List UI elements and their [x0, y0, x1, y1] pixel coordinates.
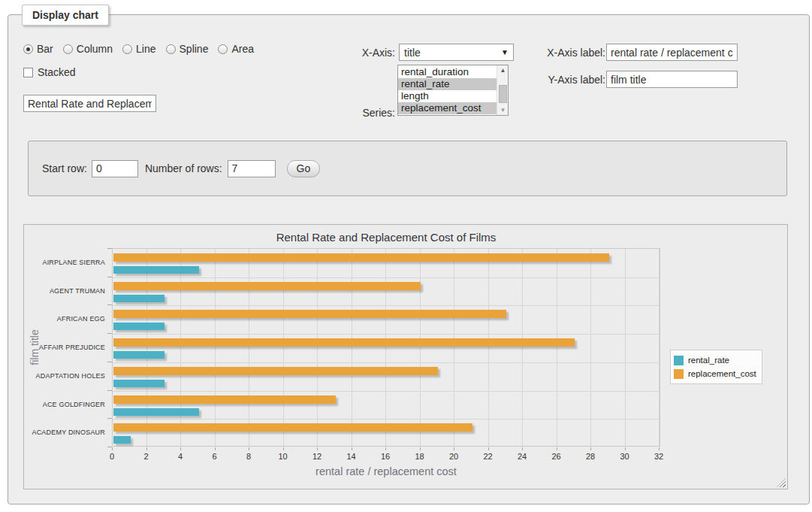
- category-label: ACADEMY DINOSAUR: [24, 429, 105, 436]
- chart-type-bar[interactable]: Bar: [23, 43, 53, 55]
- gridline: [215, 249, 216, 446]
- scroll-down-icon[interactable]: ▼: [497, 105, 509, 115]
- x-tick-label: 30: [614, 452, 636, 461]
- replacement_cost-bar: [113, 253, 609, 262]
- gridline: [113, 334, 660, 335]
- stacked-checkbox[interactable]: [23, 68, 33, 77]
- gridline: [113, 362, 660, 363]
- gridline: [488, 249, 489, 446]
- replacement_cost-bar: [113, 338, 575, 347]
- rental_rate-bar: [113, 266, 199, 274]
- gridline: [283, 249, 284, 446]
- listbox-scrollbar[interactable]: ▲ ▼: [497, 65, 508, 115]
- chart-container: Rental Rate and Replacement Cost of Film…: [23, 224, 788, 489]
- y-tick-mark: [107, 333, 112, 334]
- radio-label: Line: [136, 43, 155, 55]
- x-tick-mark: [659, 447, 660, 450]
- x-tick-mark: [146, 447, 147, 450]
- replacement_cost-bar: [113, 367, 438, 375]
- gridline: [146, 249, 147, 446]
- series-option-length[interactable]: length: [398, 90, 497, 102]
- series-option-rental_rate[interactable]: rental_rate: [398, 78, 497, 90]
- x-tick-label: 8: [237, 452, 260, 461]
- x-tick-mark: [317, 447, 318, 450]
- x-axis-label-caption: X-Axis label:: [489, 47, 605, 59]
- x-tick-mark: [249, 447, 249, 450]
- scrollbar-thumb[interactable]: [499, 85, 507, 103]
- gridline: [420, 249, 421, 446]
- y-axis-label-input[interactable]: [606, 71, 738, 88]
- x-axis-label-input[interactable]: [606, 44, 738, 61]
- category-label: AGENT TRUMAN: [24, 287, 105, 295]
- x-tick-label: 24: [511, 452, 533, 461]
- chart-title-input[interactable]: [23, 95, 156, 112]
- x-tick-mark: [522, 447, 523, 450]
- x-tick-label: 16: [374, 452, 397, 461]
- gridline: [113, 391, 660, 392]
- legend-swatch: [674, 356, 684, 365]
- x-tick-label: 32: [647, 452, 670, 461]
- gridline: [659, 249, 660, 446]
- category-label: AFFAIR PREJUDICE: [24, 344, 105, 351]
- y-axis-label-caption: Y-Axis label:: [489, 74, 605, 86]
- series-caption: Series:: [331, 107, 395, 119]
- gridline: [113, 277, 660, 278]
- start-row-label: Start row:: [42, 162, 87, 174]
- radio-icon[interactable]: [122, 44, 132, 54]
- x-tick-mark: [488, 447, 489, 450]
- radio-icon[interactable]: [63, 44, 73, 54]
- gridline: [590, 249, 591, 446]
- replacement_cost-bar: [113, 282, 421, 290]
- series-option-replacement_cost[interactable]: replacement_cost: [398, 102, 497, 114]
- x-tick-mark: [625, 447, 626, 450]
- x-tick-mark: [385, 447, 386, 450]
- resize-handle-icon[interactable]: [777, 478, 786, 487]
- chart-type-area[interactable]: Area: [218, 43, 254, 55]
- series-listbox[interactable]: rental_durationrental_ratelengthreplacem…: [397, 65, 509, 116]
- radio-label: Spline: [180, 43, 209, 55]
- legend-item-rental_rate: rental_rate: [674, 353, 756, 367]
- y-tick-mark: [107, 418, 112, 419]
- start-row-input[interactable]: [92, 160, 138, 177]
- category-label: AFRICAN EGG: [24, 315, 105, 323]
- radio-label: Column: [77, 43, 113, 55]
- gridline: [385, 249, 386, 446]
- y-tick-mark: [107, 277, 112, 277]
- gridline: [180, 249, 181, 446]
- x-tick-mark: [557, 447, 557, 450]
- gridline: [317, 249, 318, 446]
- chart-type-spline[interactable]: Spline: [166, 43, 209, 55]
- rental_rate-bar: [113, 436, 131, 444]
- go-button[interactable]: Go: [287, 160, 321, 177]
- radio-icon[interactable]: [166, 44, 176, 54]
- stacked-option[interactable]: Stacked: [23, 66, 76, 78]
- legend-label: replacement_cost: [688, 369, 756, 378]
- rental_rate-bar: [113, 351, 165, 359]
- series-option-rental_duration[interactable]: rental_duration: [398, 66, 497, 78]
- x-axis-title: rental rate / replacement cost: [112, 465, 660, 477]
- radio-icon[interactable]: [23, 44, 33, 54]
- x-tick-mark: [454, 447, 454, 450]
- radio-icon[interactable]: [218, 44, 228, 54]
- x-tick-label: 18: [409, 452, 431, 461]
- num-rows-input[interactable]: [228, 160, 276, 177]
- x-tick-label: 2: [135, 452, 158, 461]
- y-tick-mark: [107, 390, 112, 391]
- y-tick-mark: [107, 447, 112, 447]
- gridline: [557, 249, 557, 446]
- chart-type-line[interactable]: Line: [122, 43, 155, 55]
- category-label: AIRPLANE SIERRA: [24, 259, 105, 266]
- stacked-label: Stacked: [38, 66, 76, 78]
- x-tick-mark: [420, 447, 421, 450]
- gridline: [113, 305, 660, 306]
- gridline: [249, 249, 249, 446]
- chart-type-column[interactable]: Column: [63, 43, 113, 55]
- y-tick-mark: [107, 248, 112, 249]
- x-tick-label: 6: [204, 452, 226, 461]
- x-tick-mark: [352, 447, 352, 450]
- legend-item-replacement_cost: replacement_cost: [674, 367, 756, 380]
- chart-plot-area: [112, 248, 660, 447]
- x-tick-mark: [215, 447, 216, 450]
- gridline: [113, 419, 660, 420]
- x-tick-label: 4: [169, 452, 192, 461]
